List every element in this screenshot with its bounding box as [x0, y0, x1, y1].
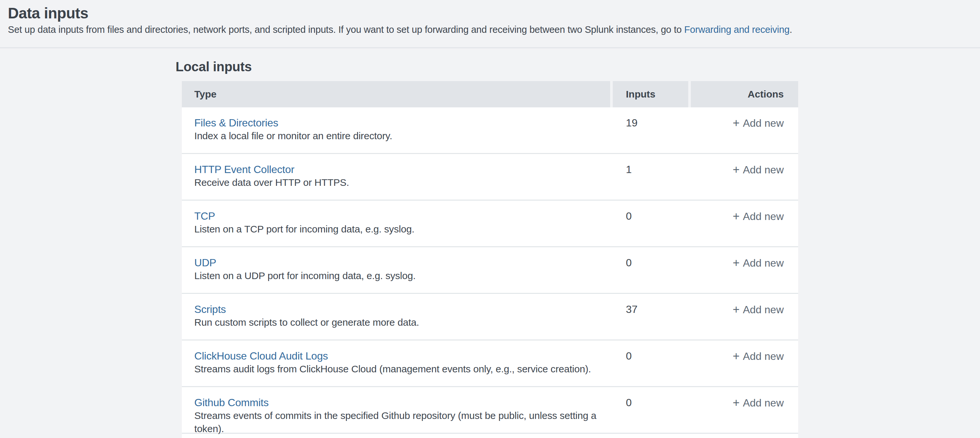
inputs-count: 0	[626, 257, 632, 269]
data-inputs-page: Data inputs Set up data inputs from file…	[0, 0, 980, 438]
add-new-link[interactable]: +Add new	[733, 163, 784, 176]
add-new-label: Add new	[743, 350, 784, 362]
actions-cell: +Add new	[691, 396, 798, 433]
add-new-link[interactable]: +Add new	[733, 396, 784, 409]
page-title: Data inputs	[8, 5, 967, 22]
inputs-count: 0	[626, 210, 632, 222]
inputs-count-cell: 19	[613, 116, 688, 153]
input-type-description: Listen on a UDP port for incoming data, …	[194, 269, 610, 282]
actions-cell: +Add new	[691, 209, 798, 246]
add-new-label: Add new	[743, 210, 784, 222]
actions-cell: +Add new	[691, 256, 798, 293]
content-area: Local inputs Type Inputs Actions Files &…	[0, 59, 980, 438]
actions-cell: +Add new	[691, 116, 798, 153]
table-row: TCP Listen on a TCP port for incoming da…	[182, 201, 798, 247]
plus-icon: +	[733, 396, 740, 409]
type-cell: Scripts Run custom scripts to collect or…	[182, 303, 610, 339]
inputs-count-cell: 0	[613, 349, 688, 386]
inputs-count-cell: 37	[613, 303, 688, 339]
input-type-description: Streams audit logs from ClickHouse Cloud…	[194, 363, 610, 376]
actions-cell: +Add new	[691, 349, 798, 386]
add-new-label: Add new	[743, 117, 784, 129]
plus-icon: +	[733, 209, 740, 223]
plus-icon: +	[733, 163, 740, 176]
page-header: Data inputs Set up data inputs from file…	[0, 0, 980, 48]
plus-icon: +	[733, 349, 740, 363]
local-inputs-table: Type Inputs Actions Files & Directories …	[182, 81, 798, 438]
inputs-count-cell: 0	[613, 256, 688, 293]
add-new-link[interactable]: +Add new	[733, 303, 784, 316]
subtitle-text: Set up data inputs from files and direct…	[8, 24, 684, 35]
add-new-label: Add new	[743, 397, 784, 409]
table-row: Files & Directories Index a local file o…	[182, 107, 798, 154]
input-type-description: Index a local file or monitor an entire …	[194, 129, 610, 142]
input-type-link[interactable]: Github Commits	[194, 396, 269, 409]
type-cell: ClickHouse Cloud Audit Logs Streams audi…	[182, 349, 610, 386]
input-type-link[interactable]: Files & Directories	[194, 116, 278, 129]
column-header-actions: Actions	[691, 81, 798, 107]
input-type-description: Run custom scripts to collect or generat…	[194, 316, 610, 329]
add-new-link[interactable]: +Add new	[733, 209, 784, 223]
add-new-label: Add new	[743, 164, 784, 176]
add-new-label: Add new	[743, 304, 784, 315]
inputs-count: 0	[626, 350, 632, 362]
inputs-count: 37	[626, 303, 638, 315]
inputs-count: 0	[626, 397, 632, 408]
plus-icon: +	[733, 256, 740, 269]
type-cell: Files & Directories Index a local file o…	[182, 116, 610, 153]
inputs-count-cell: 0	[613, 209, 688, 246]
actions-cell: +Add new	[691, 303, 798, 339]
table-header-row: Type Inputs Actions	[182, 81, 798, 107]
input-type-description: Listen on a TCP port for incoming data, …	[194, 223, 610, 236]
type-cell: TCP Listen on a TCP port for incoming da…	[182, 209, 610, 246]
input-type-link[interactable]: Scripts	[194, 303, 226, 316]
column-header-inputs: Inputs	[613, 81, 688, 107]
table-row: Scripts Run custom scripts to collect or…	[182, 294, 798, 341]
column-header-type: Type	[182, 81, 610, 107]
table-row: Github Commits Streams events of commits…	[182, 387, 798, 434]
table-row: ClickHouse Cloud Audit Logs Streams audi…	[182, 341, 798, 387]
subtitle-period: .	[790, 24, 792, 35]
input-type-description: Streams events of commits in the specifi…	[194, 409, 610, 435]
inputs-count-cell: 0	[613, 396, 688, 433]
input-type-link[interactable]: ClickHouse Cloud Audit Logs	[194, 349, 328, 363]
input-type-link[interactable]: UDP	[194, 256, 216, 269]
table-row: HTTP Event Collector Receive data over H…	[182, 154, 798, 201]
table-body: Files & Directories Index a local file o…	[182, 107, 798, 434]
inputs-count: 19	[626, 117, 638, 129]
type-cell: UDP Listen on a UDP port for incoming da…	[182, 256, 610, 293]
inputs-count-cell: 1	[613, 163, 688, 200]
table-row: UDP Listen on a UDP port for incoming da…	[182, 247, 798, 294]
section-heading-local-inputs: Local inputs	[176, 59, 980, 75]
input-type-link[interactable]: HTTP Event Collector	[194, 163, 294, 176]
add-new-link[interactable]: +Add new	[733, 116, 784, 130]
page-subtitle: Set up data inputs from files and direct…	[8, 23, 967, 36]
input-type-link[interactable]: TCP	[194, 209, 215, 223]
type-cell: Github Commits Streams events of commits…	[182, 396, 610, 433]
forwarding-and-receiving-link[interactable]: Forwarding and receiving	[684, 24, 790, 35]
input-type-description: Receive data over HTTP or HTTPS.	[194, 176, 610, 189]
type-cell: HTTP Event Collector Receive data over H…	[182, 163, 610, 200]
add-new-link[interactable]: +Add new	[733, 256, 784, 269]
inputs-count: 1	[626, 164, 632, 175]
actions-cell: +Add new	[691, 163, 798, 200]
plus-icon: +	[733, 116, 740, 130]
add-new-link[interactable]: +Add new	[733, 349, 784, 363]
add-new-label: Add new	[743, 257, 784, 269]
plus-icon: +	[733, 303, 740, 316]
